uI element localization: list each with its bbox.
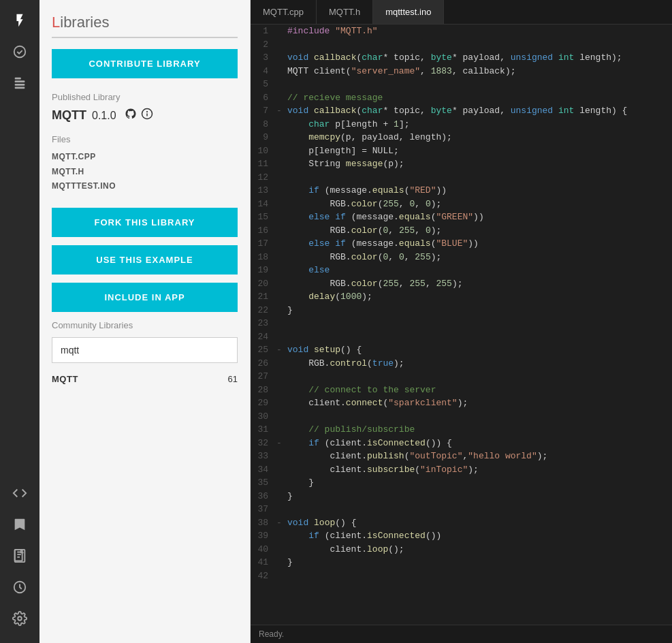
libraries-title: Libraries [52, 14, 238, 38]
use-example-button[interactable]: USE THIS EXAMPLE [52, 245, 238, 275]
lib-name-row: MQTT 0.1.0 [52, 108, 238, 123]
code-editor: MQTT.cpp MQTT.h mqtttest.ino 1#include "… [251, 0, 672, 643]
title-accent: L [52, 14, 60, 31]
lib-name: MQTT [52, 108, 86, 123]
icon-sidebar [0, 0, 39, 643]
fork-library-button[interactable]: FORK THIS LIBRARY [52, 208, 238, 237]
bottom-icons [6, 480, 33, 636]
gear-icon[interactable] [6, 605, 33, 632]
lib-icons [125, 108, 153, 123]
bookmark-icon[interactable] [6, 511, 33, 538]
check-icon[interactable] [6, 38, 33, 65]
svg-rect-2 [15, 80, 25, 82]
published-library: Published Library MQTT 0.1.0 [52, 92, 238, 123]
file-item-h[interactable]: MQTT.H [52, 165, 238, 180]
files-section: Files MQTT.CPP MQTT.H MQTTTEST.INO [52, 134, 238, 194]
community-result: MQTT 61 [52, 371, 238, 387]
svg-point-0 [14, 46, 26, 58]
tabs-bar: MQTT.cpp MQTT.h mqtttest.ino [251, 0, 672, 25]
svg-point-8 [18, 616, 22, 621]
lib-version: 0.1.0 [92, 110, 116, 122]
flash-icon[interactable] [6, 7, 33, 34]
info-icon[interactable] [141, 108, 153, 123]
file-item-ino[interactable]: MQTTTEST.INO [52, 179, 238, 194]
result-count: 61 [228, 374, 238, 384]
include-in-app-button[interactable]: INCLUDE IN APP [52, 283, 238, 312]
status-bar: Ready. [251, 625, 672, 643]
tab-mqtttest-ino[interactable]: mqtttest.ino [373, 0, 444, 24]
github-icon[interactable] [125, 108, 137, 123]
files-list: MQTT.CPP MQTT.H MQTTTEST.INO [52, 150, 238, 194]
published-heading: Published Library [52, 92, 238, 102]
svg-rect-4 [15, 87, 25, 89]
tab-mqtt-cpp[interactable]: MQTT.cpp [251, 0, 317, 24]
status-text: Ready. [259, 629, 284, 639]
community-search-input[interactable] [52, 337, 238, 363]
svg-rect-1 [15, 78, 21, 80]
community-heading: Community Libraries [52, 320, 238, 330]
clock-icon[interactable] [6, 574, 33, 601]
libraries-panel: Libraries CONTRIBUTE LIBRARY Published L… [39, 0, 251, 643]
code-table: 1#include "MQTT.h" 2 3void callback(char… [251, 25, 672, 582]
document-icon[interactable] [6, 542, 33, 569]
files-icon[interactable] [6, 69, 33, 97]
result-name[interactable]: MQTT [52, 374, 78, 384]
files-heading: Files [52, 134, 238, 144]
svg-rect-3 [15, 84, 25, 86]
code-container[interactable]: 1#include "MQTT.h" 2 3void callback(char… [251, 25, 672, 625]
code-icon[interactable] [6, 480, 33, 507]
contribute-button[interactable]: CONTRIBUTE LIBRARY [52, 49, 238, 78]
tab-mqtt-h[interactable]: MQTT.h [317, 0, 373, 24]
file-item-cpp[interactable]: MQTT.CPP [52, 150, 238, 165]
community-libraries: Community Libraries MQTT 61 [52, 320, 238, 387]
